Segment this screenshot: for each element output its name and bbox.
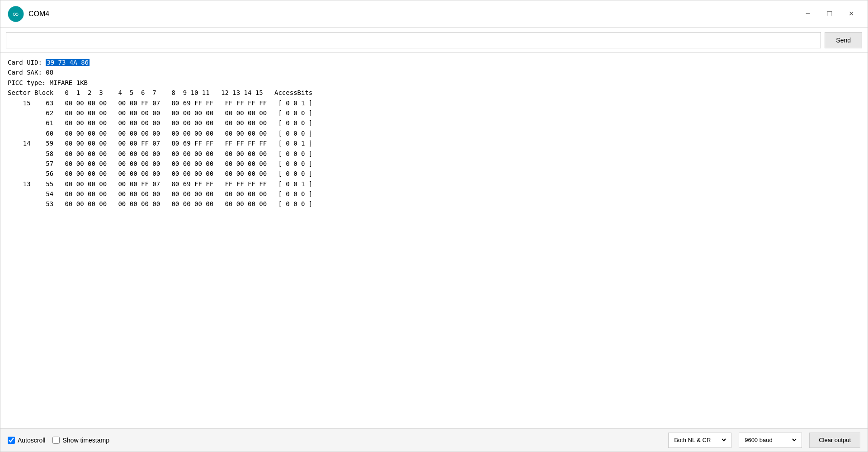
main-window: ∞ COM4 − □ × Send Card UID: 39 73 4A 86 …	[0, 0, 868, 452]
clear-output-button[interactable]: Clear output	[809, 433, 860, 448]
baud-rate-dropdown[interactable]: 300 baud 1200 baud 2400 baud 4800 baud 9…	[739, 433, 802, 448]
send-input[interactable]	[6, 32, 821, 48]
table-row: 58 00 00 00 00 00 00 00 00 00 00 00 00 0…	[8, 149, 860, 159]
table-row: 62 00 00 00 00 00 00 00 00 00 00 00 00 0…	[8, 108, 860, 118]
table-row: 53 00 00 00 00 00 00 00 00 00 00 00 00 0…	[8, 199, 860, 209]
table-row: 56 00 00 00 00 00 00 00 00 00 00 00 00 0…	[8, 169, 860, 179]
baud-rate-select[interactable]: 300 baud 1200 baud 2400 baud 4800 baud 9…	[743, 436, 798, 444]
svg-text:∞: ∞	[13, 9, 19, 19]
minimize-button[interactable]: −	[799, 5, 817, 23]
picc-type: PICC type: MIFARE 1KB	[8, 79, 88, 86]
timestamp-group: Show timestamp	[52, 437, 109, 444]
data-table: 15 63 00 00 00 00 00 00 FF 07 80 69 FF F…	[8, 98, 860, 209]
autoscroll-label[interactable]: Autoscroll	[18, 437, 45, 444]
close-button[interactable]: ×	[842, 5, 860, 23]
show-timestamp-checkbox[interactable]	[52, 437, 60, 444]
table-row: 15 63 00 00 00 00 00 00 FF 07 80 69 FF F…	[8, 98, 860, 108]
output-area[interactable]: Card UID: 39 73 4A 86 Card SAK: 08 PICC …	[0, 53, 868, 428]
show-timestamp-label[interactable]: Show timestamp	[62, 437, 109, 444]
table-row: 60 00 00 00 00 00 00 00 00 00 00 00 00 0…	[8, 128, 860, 138]
table-row: 57 00 00 00 00 00 00 00 00 00 00 00 00 0…	[8, 159, 860, 169]
arduino-logo: ∞	[8, 6, 24, 22]
send-button[interactable]: Send	[825, 32, 862, 48]
title-bar: ∞ COM4 − □ ×	[0, 0, 868, 28]
window-title: COM4	[28, 10, 799, 18]
card-sak-label: Card SAK:	[8, 69, 42, 76]
autoscroll-checkbox[interactable]	[8, 437, 15, 444]
status-bar: Autoscroll Show timestamp No line ending…	[0, 428, 868, 452]
line-ending-dropdown[interactable]: No line ending Newline Carriage return B…	[668, 433, 731, 448]
card-uid-label: Card UID:	[8, 59, 42, 66]
output-content: Card UID: 39 73 4A 86 Card SAK: 08 PICC …	[8, 57, 860, 98]
maximize-button[interactable]: □	[821, 5, 839, 23]
table-row: 14 59 00 00 00 00 00 00 FF 07 80 69 FF F…	[8, 138, 860, 148]
card-uid-value: 39 73 4A 86	[46, 59, 90, 66]
line-ending-select[interactable]: No line ending Newline Carriage return B…	[672, 436, 727, 444]
table-row: 13 55 00 00 00 00 00 00 FF 07 80 69 FF F…	[8, 179, 860, 189]
autoscroll-group: Autoscroll	[8, 437, 45, 444]
table-header: Sector Block 0 1 2 3 4 5 6 7 8 9 10 11 1…	[8, 89, 312, 96]
table-row: 54 00 00 00 00 00 00 00 00 00 00 00 00 0…	[8, 189, 860, 199]
card-sak-value: 08	[46, 69, 53, 76]
window-controls: − □ ×	[799, 5, 860, 23]
send-bar: Send	[0, 28, 868, 53]
table-row: 61 00 00 00 00 00 00 00 00 00 00 00 00 0…	[8, 118, 860, 128]
